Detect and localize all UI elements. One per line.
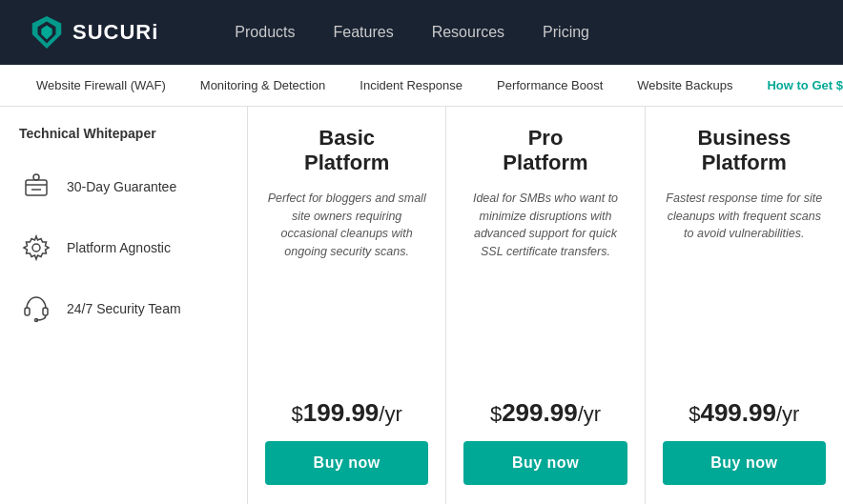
sec-nav-monitoring[interactable]: Monitoring & Detection xyxy=(183,78,343,92)
sec-nav-howto[interactable]: How to Get $ xyxy=(750,78,843,92)
headset-icon xyxy=(19,292,53,326)
svg-rect-3 xyxy=(26,180,47,195)
svg-point-5 xyxy=(33,174,39,180)
pro-plan-col: Pro Platform Ideal for SMBs who want to … xyxy=(446,107,645,504)
sidebar-title: Technical Whitepaper xyxy=(19,126,228,141)
pro-plan-price: $299.99/yr xyxy=(490,398,601,428)
pro-plan-desc: Ideal for SMBs who want to minimize disr… xyxy=(463,190,627,381)
secondary-navigation: Website Firewall (WAF) Monitoring & Dete… xyxy=(0,65,843,107)
sucuri-logo-icon xyxy=(29,14,65,50)
nav-products[interactable]: Products xyxy=(235,24,295,40)
content-area: Technical Whitepaper 30-Day Guarantee Pl… xyxy=(0,107,843,504)
basic-plan-desc: Perfect for bloggers and small site owne… xyxy=(265,190,428,381)
nav-links: Products Features Resources Pricing xyxy=(235,24,589,41)
logo[interactable]: SUCURi xyxy=(29,14,158,50)
svg-rect-9 xyxy=(43,308,48,315)
basic-buy-button[interactable]: Buy now xyxy=(265,441,428,485)
basic-plan-col: Basic Platform Perfect for bloggers and … xyxy=(248,107,446,504)
logo-text: SUCURi xyxy=(72,20,158,45)
pro-buy-button[interactable]: Buy now xyxy=(463,441,627,485)
sidebar-item-platform: Platform Agnostic xyxy=(19,231,228,265)
guarantee-icon xyxy=(19,170,53,204)
sidebar-item-security: 24/7 Security Team xyxy=(19,292,228,326)
business-plan-price: $499.99/yr xyxy=(689,398,799,428)
pricing-area: Basic Platform Perfect for bloggers and … xyxy=(248,107,843,504)
sidebar-security-label: 24/7 Security Team xyxy=(67,301,181,316)
basic-plan-name: Basic Platform xyxy=(304,126,389,176)
sec-nav-incident[interactable]: Incident Response xyxy=(342,78,480,92)
nav-pricing[interactable]: Pricing xyxy=(543,24,589,40)
sidebar: Technical Whitepaper 30-Day Guarantee Pl… xyxy=(0,107,248,504)
pro-plan-name: Pro Platform xyxy=(503,126,587,176)
business-buy-button[interactable]: Buy now xyxy=(663,441,826,485)
sidebar-platform-label: Platform Agnostic xyxy=(67,240,171,255)
business-plan-desc: Fastest response time for site cleanups … xyxy=(663,190,826,381)
sidebar-item-guarantee: 30-Day Guarantee xyxy=(19,170,228,204)
sec-nav-performance[interactable]: Performance Boost xyxy=(480,78,620,92)
business-plan-name: Business Platform xyxy=(697,126,791,176)
svg-point-7 xyxy=(32,244,40,252)
svg-rect-8 xyxy=(25,308,30,315)
sec-nav-waf[interactable]: Website Firewall (WAF) xyxy=(19,78,183,92)
top-navigation: SUCURi Products Features Resources Prici… xyxy=(0,0,843,65)
nav-features[interactable]: Features xyxy=(333,24,393,40)
business-plan-col: Business Platform Fastest response time … xyxy=(646,107,843,504)
basic-plan-price: $199.99/yr xyxy=(292,398,402,428)
sidebar-guarantee-label: 30-Day Guarantee xyxy=(67,179,176,194)
sec-nav-backups[interactable]: Website Backups xyxy=(620,78,750,92)
nav-resources[interactable]: Resources xyxy=(432,24,504,40)
gear-icon xyxy=(19,231,53,265)
